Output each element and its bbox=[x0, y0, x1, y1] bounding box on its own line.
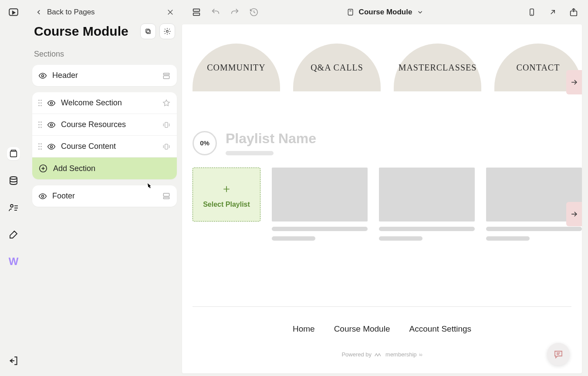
nav-pill-community[interactable]: COMMUNITY bbox=[193, 44, 280, 91]
carousel-icon bbox=[162, 121, 171, 129]
playlist-title: Playlist Name bbox=[226, 131, 316, 147]
section-label: Welcome Section bbox=[61, 98, 122, 107]
layout-toggle-icon[interactable] bbox=[192, 7, 201, 17]
page-name: Course Module bbox=[359, 8, 412, 17]
open-external-icon[interactable] bbox=[548, 7, 558, 17]
svg-point-15 bbox=[42, 74, 44, 77]
nav-users-icon[interactable] bbox=[7, 201, 20, 214]
app-logo-icon[interactable] bbox=[7, 6, 20, 19]
svg-point-21 bbox=[51, 145, 53, 148]
svg-marker-1 bbox=[13, 11, 15, 14]
close-icon[interactable] bbox=[166, 8, 174, 16]
section-item-welcome[interactable]: Welcome Section bbox=[32, 92, 177, 114]
svg-rect-28 bbox=[163, 197, 169, 198]
add-section-button[interactable]: Add Section bbox=[32, 158, 177, 179]
svg-rect-3 bbox=[11, 150, 16, 151]
svg-point-19 bbox=[51, 124, 53, 126]
nav-tools-icon[interactable] bbox=[7, 228, 20, 241]
left-rail: W bbox=[0, 0, 27, 376]
add-section-label: Add Section bbox=[53, 164, 95, 173]
footer-link-course[interactable]: Course Module bbox=[334, 324, 390, 334]
cursor-pointer-icon bbox=[144, 181, 155, 192]
mobile-preview-icon[interactable] bbox=[527, 7, 537, 17]
svg-rect-30 bbox=[193, 13, 200, 16]
section-label: Course Resources bbox=[61, 120, 126, 129]
settings-button[interactable] bbox=[159, 24, 175, 39]
visibility-icon[interactable] bbox=[47, 121, 56, 129]
section-item-header[interactable]: Header bbox=[32, 65, 177, 86]
powered-by: Powered by membership io bbox=[193, 351, 571, 358]
divider bbox=[193, 306, 571, 307]
sidebar-panel: Back to Pages Course Module Sections Hea… bbox=[27, 0, 182, 376]
svg-rect-12 bbox=[147, 30, 150, 34]
plus-icon: ＋ bbox=[221, 181, 232, 196]
svg-rect-2 bbox=[10, 151, 17, 157]
section-label: Footer bbox=[52, 191, 75, 201]
footer-link-home[interactable]: Home bbox=[293, 324, 315, 334]
preview-footer: Home Course Module Account Settings Powe… bbox=[193, 306, 571, 358]
sections-heading: Sections bbox=[31, 50, 178, 65]
redo-icon[interactable] bbox=[230, 7, 240, 17]
visibility-icon[interactable] bbox=[47, 99, 56, 107]
back-label: Back to Pages bbox=[47, 8, 95, 17]
content-card-placeholder bbox=[272, 168, 368, 241]
duplicate-button[interactable] bbox=[140, 24, 156, 39]
visibility-icon[interactable] bbox=[38, 71, 47, 80]
section-group: Welcome Section Course Resources Course … bbox=[32, 92, 177, 179]
nav-pills: COMMUNITY Q&A CALLS MASTERCLASSES CONTAC… bbox=[193, 44, 582, 91]
section-label: Header bbox=[52, 71, 78, 80]
visibility-icon[interactable] bbox=[47, 142, 56, 151]
header-type-icon bbox=[162, 71, 171, 80]
carousel-icon bbox=[162, 142, 171, 151]
section-item-footer[interactable]: Footer bbox=[32, 185, 177, 207]
drag-handle-icon[interactable] bbox=[38, 100, 42, 106]
svg-point-14 bbox=[166, 30, 169, 33]
share-icon[interactable] bbox=[569, 7, 578, 17]
playlist-section: 0% Playlist Name ＋ Select Playlist bbox=[193, 131, 582, 241]
drag-handle-icon[interactable] bbox=[38, 121, 42, 128]
undo-icon[interactable] bbox=[211, 7, 220, 17]
nav-pill-qa[interactable]: Q&A CALLS bbox=[293, 44, 381, 91]
scroll-right-icon[interactable] bbox=[566, 70, 582, 94]
svg-rect-27 bbox=[163, 193, 169, 196]
nav-pages-icon[interactable] bbox=[7, 147, 20, 160]
history-icon[interactable] bbox=[249, 7, 259, 17]
svg-rect-29 bbox=[193, 9, 200, 12]
svg-point-4 bbox=[10, 177, 17, 179]
section-item-content[interactable]: Course Content bbox=[32, 136, 177, 158]
nav-brand-icon[interactable]: W bbox=[7, 255, 20, 268]
svg-rect-22 bbox=[165, 144, 168, 149]
logout-icon[interactable] bbox=[7, 354, 20, 367]
svg-rect-20 bbox=[165, 122, 168, 128]
section-item-resources[interactable]: Course Resources bbox=[32, 114, 177, 136]
plus-circle-icon bbox=[38, 164, 48, 173]
chat-support-icon[interactable] bbox=[547, 343, 570, 366]
svg-rect-16 bbox=[163, 73, 169, 74]
playlist-subtitle-placeholder bbox=[226, 151, 274, 155]
footer-type-icon bbox=[162, 192, 171, 201]
chevron-down-icon bbox=[416, 9, 423, 16]
drag-handle-icon[interactable] bbox=[38, 143, 42, 150]
back-to-pages-link[interactable]: Back to Pages bbox=[35, 8, 95, 17]
svg-rect-31 bbox=[348, 9, 353, 15]
section-label: Course Content bbox=[61, 142, 116, 151]
nav-database-icon[interactable] bbox=[7, 174, 20, 187]
select-playlist-card[interactable]: ＋ Select Playlist bbox=[193, 168, 260, 222]
content-card-placeholder bbox=[379, 168, 475, 241]
page-selector[interactable]: Course Module bbox=[347, 8, 424, 17]
svg-rect-13 bbox=[146, 29, 149, 33]
svg-rect-17 bbox=[163, 76, 169, 79]
select-playlist-label: Select Playlist bbox=[203, 201, 250, 208]
svg-point-26 bbox=[42, 195, 44, 197]
scroll-right-icon[interactable] bbox=[566, 202, 582, 226]
canvas-preview: COMMUNITY Q&A CALLS MASTERCLASSES CONTAC… bbox=[182, 24, 582, 373]
svg-point-5 bbox=[10, 205, 13, 207]
progress-ring: 0% bbox=[193, 131, 217, 155]
favorite-icon[interactable] bbox=[162, 99, 171, 107]
topbar: Course Module bbox=[182, 0, 588, 24]
footer-link-account[interactable]: Account Settings bbox=[409, 324, 471, 334]
page-title: Course Module bbox=[34, 24, 128, 39]
visibility-icon[interactable] bbox=[38, 192, 47, 201]
nav-pill-masterclasses[interactable]: MASTERCLASSES bbox=[394, 44, 481, 91]
svg-point-18 bbox=[51, 102, 53, 104]
